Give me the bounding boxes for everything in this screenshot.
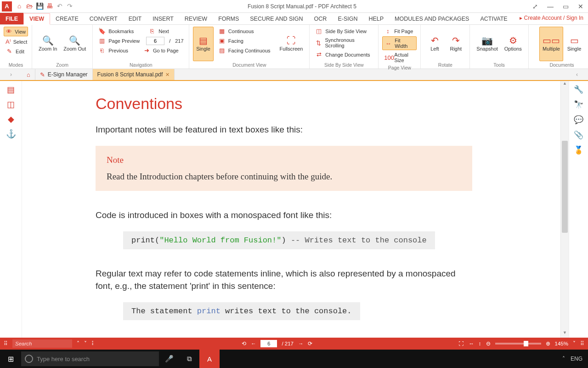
scroll-up-icon[interactable]: ▲ <box>561 81 569 88</box>
first-page-icon[interactable]: ⟲ <box>242 340 246 347</box>
layers-icon[interactable]: ◆ <box>8 114 14 124</box>
rotate-left-button[interactable]: ↶Left <box>424 27 445 61</box>
ribbon-collapse-icon[interactable]: ⤢ <box>530 2 541 11</box>
fit-screen-icon[interactable]: ⛶ <box>458 341 464 346</box>
next-button[interactable]: ⎘Next <box>147 27 171 35</box>
anchor-icon[interactable]: ⚓ <box>6 129 16 139</box>
tab-forms[interactable]: FORMS <box>213 13 244 24</box>
tab-file[interactable]: FILE <box>0 13 23 24</box>
close-tab-icon[interactable]: ✕ <box>165 72 170 78</box>
document-tab[interactable]: Fusion 8 Script Manual.pdf✕ <box>93 69 175 80</box>
page-preview-button[interactable]: ▥Page Preview <box>96 36 141 45</box>
vertical-scrollbar[interactable]: ▲ ▼ <box>560 81 569 338</box>
status-page-input[interactable] <box>260 340 277 347</box>
tab-modules[interactable]: MODULES AND PACKAGES <box>389 13 475 24</box>
fullscreen-button[interactable]: ⛶Fullscreen <box>277 27 306 61</box>
zoom-slider[interactable] <box>495 343 541 345</box>
zoom-dropdown-icon[interactable]: ˅ <box>573 340 576 347</box>
mode-view-button[interactable]: 👁View <box>4 27 28 36</box>
close-icon[interactable]: ✕ <box>575 2 586 11</box>
single-page-button[interactable]: ▤Single <box>193 27 214 61</box>
bookmarks-button[interactable]: 🔖Bookmarks <box>96 27 136 35</box>
page-number-input[interactable] <box>146 37 164 45</box>
tab-insert[interactable]: INSERT <box>147 13 179 24</box>
fit-width-status-icon[interactable]: ↔ <box>469 341 474 346</box>
print-icon[interactable]: 🖶 <box>45 1 54 11</box>
attachment-icon[interactable]: 📎 <box>574 130 583 140</box>
scroll-down-icon[interactable]: ▼ <box>561 330 569 338</box>
multiple-docs-button[interactable]: ▭▭Multiple <box>539 27 563 61</box>
open-icon[interactable]: 🗁 <box>25 1 34 11</box>
search-next-icon[interactable]: ˅ <box>84 340 87 347</box>
zoom-percent[interactable]: 145% <box>555 341 568 346</box>
zoom-out-status-icon[interactable]: ⊖ <box>486 340 491 347</box>
tab-secure[interactable]: SECURE AND SIGN <box>244 13 308 24</box>
tab-esign[interactable]: E-SIGN <box>332 13 363 24</box>
tray-expand-icon[interactable]: ˄ <box>562 356 565 362</box>
tab-convert[interactable]: CONVERT <box>84 13 123 24</box>
goto-page-button[interactable]: ➜Go to Page <box>141 46 181 55</box>
last-page-icon[interactable]: ⟳ <box>308 340 312 347</box>
signin-link[interactable]: Create Account / Sign In <box>515 13 588 24</box>
mode-select-button[interactable]: AᴵSelect <box>4 37 28 46</box>
thumbnails-icon[interactable]: ▤ <box>7 85 15 95</box>
pdfarchitect-taskbar-icon[interactable]: A <box>199 350 220 368</box>
expand-right-panel[interactable]: ‹ <box>566 69 588 80</box>
redo-icon[interactable]: ↷ <box>65 1 74 11</box>
comment-icon[interactable]: 💬 <box>574 115 583 125</box>
scroll-thumb[interactable] <box>562 141 568 233</box>
single-doc-button[interactable]: ▭Single <box>564 27 584 61</box>
tab-view[interactable]: VIEW <box>23 13 50 25</box>
options-button[interactable]: ⚙Options <box>502 27 525 61</box>
status-search[interactable]: Search <box>12 339 72 348</box>
bookmarks-panel-icon[interactable]: ◫ <box>7 99 15 109</box>
fit-width-button[interactable]: ↔Fit Width <box>382 36 417 50</box>
status-menu-icon[interactable]: ⠿ <box>4 340 8 347</box>
mode-edit-button[interactable]: ✎Edit <box>4 47 28 56</box>
taskbar-search[interactable]: Type here to search <box>21 351 159 366</box>
tab-activate[interactable]: ACTIVATE <box>475 13 513 24</box>
facing-continuous-button[interactable]: ▨Facing Continuous <box>216 46 272 55</box>
prev-page-icon[interactable]: ← <box>251 341 256 346</box>
taskbar: ⊞ Type here to search 🎤 ⧉ A ˄ ENG <box>0 350 588 368</box>
tray-lang[interactable]: ENG <box>571 356 582 362</box>
facing-button[interactable]: ▣Facing <box>216 36 272 45</box>
zoom-out-button[interactable]: 🔍Zoom Out <box>61 27 89 61</box>
expand-left-panel[interactable]: › <box>0 69 22 80</box>
minimize-icon[interactable]: — <box>544 2 556 11</box>
home-tab[interactable]: ⌂ <box>22 69 35 80</box>
continuous-button[interactable]: ▦Continuous <box>216 27 272 35</box>
previous-button[interactable]: ⎗Previous <box>96 46 130 55</box>
fit-page-button[interactable]: ↕Fit Page <box>382 27 417 35</box>
search-options-icon[interactable]: ⠇ <box>91 340 96 347</box>
status-more-icon[interactable]: ⠿ <box>580 340 584 347</box>
tab-create[interactable]: CREATE <box>50 13 84 24</box>
side-by-side-button[interactable]: ◫Side By Side View <box>313 27 374 35</box>
actual-size-button[interactable]: 100Actual Size <box>382 51 417 64</box>
snapshot-button[interactable]: 📷Snapshot <box>474 27 500 61</box>
zoom-in-status-icon[interactable]: ⊕ <box>546 340 550 347</box>
certify-icon[interactable]: 🏅 <box>574 145 583 155</box>
sync-scroll-button[interactable]: ⇅Synchronous Scrolling <box>313 36 374 49</box>
start-button[interactable]: ⊞ <box>0 355 21 363</box>
task-view-icon[interactable]: ⧉ <box>179 355 199 363</box>
save-icon[interactable]: 💾 <box>35 1 44 11</box>
maximize-icon[interactable]: ▭ <box>560 2 571 11</box>
tools-icon[interactable]: 🔧 <box>574 85 583 94</box>
find-icon[interactable]: 🔭 <box>574 100 583 109</box>
page-area[interactable]: Conventions Important notes will be feat… <box>22 81 569 338</box>
zoom-in-button[interactable]: 🔍Zoom In <box>36 27 60 61</box>
search-prev-icon[interactable]: ˄ <box>77 340 79 347</box>
tab-help[interactable]: HELP <box>363 13 389 24</box>
esign-tab[interactable]: ✎E-Sign Manager <box>35 69 93 80</box>
fit-page-status-icon[interactable]: ↕ <box>479 341 481 346</box>
tab-review[interactable]: REVIEW <box>179 13 213 24</box>
home-icon[interactable]: ⌂ <box>15 1 24 11</box>
tab-ocr[interactable]: OCR <box>309 13 333 24</box>
rotate-right-button[interactable]: ↷Right <box>446 27 466 61</box>
next-page-icon[interactable]: → <box>298 341 304 346</box>
mic-icon[interactable]: 🎤 <box>159 355 179 363</box>
tab-edit[interactable]: EDIT <box>123 13 147 24</box>
undo-icon[interactable]: ↶ <box>55 1 64 11</box>
change-documents-button[interactable]: ⇄Change Documents <box>313 50 374 59</box>
